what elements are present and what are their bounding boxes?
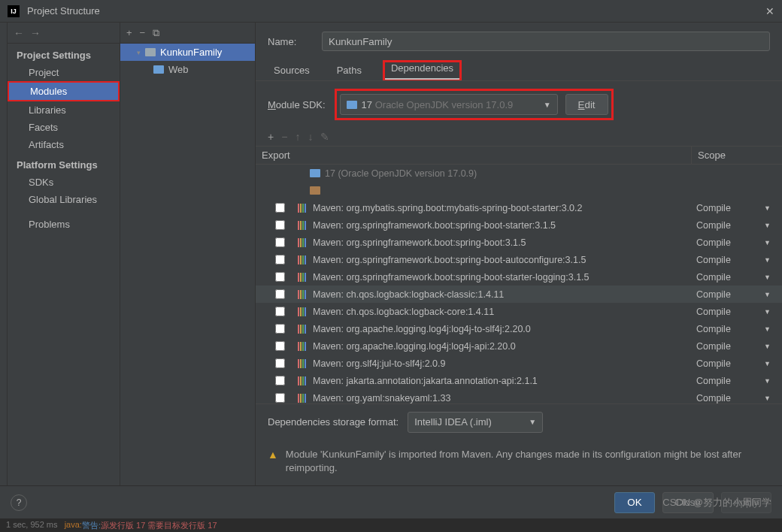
tree-module-label: KunkunFamily xyxy=(160,47,222,58)
dep-row[interactable]: Maven: org.mybatis.spring.boot:mybatis-s… xyxy=(256,199,782,216)
dep-scope[interactable]: Compile xyxy=(696,255,764,265)
dep-row[interactable]: Maven: org.springframework.boot:spring-b… xyxy=(256,268,782,286)
help-button[interactable]: ? xyxy=(11,494,27,511)
dep-scope[interactable]: Compile xyxy=(696,376,764,386)
sidebar-item-modules[interactable]: Modules xyxy=(8,81,120,101)
export-checkbox[interactable] xyxy=(275,237,285,247)
dep-name: Maven: org.springframework.boot:spring-b… xyxy=(313,237,696,248)
sidebar-item-artifacts[interactable]: Artifacts xyxy=(8,136,120,153)
dep-sdk-row[interactable]: 17 (Oracle OpenJDK version 17.0.9) xyxy=(256,165,782,182)
tab-dependencies[interactable]: Dependencies xyxy=(385,58,459,80)
ok-button[interactable]: OK xyxy=(614,492,654,513)
edit-button[interactable]: Edit xyxy=(565,94,608,115)
dep-scope[interactable]: Compile xyxy=(696,358,764,369)
sidebar-item-global-libs[interactable]: Global Libraries xyxy=(8,191,120,208)
tree-web[interactable]: Web xyxy=(120,61,255,78)
dep-scope[interactable]: Compile xyxy=(696,203,764,213)
dep-name: Maven: org.springframework.boot:spring-b… xyxy=(313,255,696,265)
dep-name: Maven: org.mybatis.spring.boot:mybatis-s… xyxy=(313,203,696,213)
export-checkbox[interactable] xyxy=(275,324,285,334)
dep-source-row[interactable] xyxy=(256,182,782,199)
export-checkbox[interactable] xyxy=(275,272,285,282)
sidebar-item-libraries[interactable]: Libraries xyxy=(8,101,120,119)
dep-row[interactable]: Maven: org.apache.logging.log4j:log4j-ap… xyxy=(256,337,782,355)
tab-sources[interactable]: Sources xyxy=(268,60,316,80)
dep-name: Maven: org.yaml:snakeyaml:1.33 xyxy=(313,393,696,404)
chevron-down-icon[interactable]: ▼ xyxy=(764,394,776,402)
name-input[interactable] xyxy=(322,32,770,51)
up-icon[interactable]: ↑ xyxy=(295,131,300,143)
dep-row[interactable]: Maven: ch.qos.logback:logback-core:1.4.1… xyxy=(256,303,782,320)
dep-scope[interactable]: Compile xyxy=(696,237,764,248)
chevron-down-icon[interactable]: ▼ xyxy=(764,377,776,385)
tree-module[interactable]: ▾ KunkunFamily xyxy=(120,44,255,61)
export-checkbox[interactable] xyxy=(275,376,285,385)
export-checkbox[interactable] xyxy=(275,307,285,316)
chevron-down-icon[interactable]: ▼ xyxy=(764,222,776,229)
app-logo-icon: IJ xyxy=(8,5,20,17)
dep-scope[interactable]: Compile xyxy=(696,220,764,231)
copy-icon[interactable]: ⧉ xyxy=(153,27,159,39)
add-icon[interactable]: + xyxy=(126,27,132,38)
tab-paths[interactable]: Paths xyxy=(337,65,362,76)
forward-icon[interactable]: → xyxy=(30,27,41,39)
storage-select[interactable]: IntelliJ IDEA (.iml) ▼ xyxy=(408,412,543,433)
back-icon[interactable]: ← xyxy=(14,27,24,39)
dep-scope[interactable]: Compile xyxy=(696,272,764,283)
export-checkbox[interactable] xyxy=(275,341,285,351)
chevron-down-icon[interactable]: ▼ xyxy=(764,343,776,350)
dep-row[interactable]: Maven: jakarta.annotation:jakarta.annota… xyxy=(256,372,782,389)
chevron-down-icon[interactable]: ▼ xyxy=(764,360,776,367)
tree-web-label: Web xyxy=(168,64,189,75)
dep-row[interactable]: Maven: org.springframework.boot:spring-b… xyxy=(256,234,782,251)
dependency-list[interactable]: 17 (Oracle OpenJDK version 17.0.9)Maven:… xyxy=(256,165,782,404)
sidebar-item-project[interactable]: Project xyxy=(8,64,120,81)
chevron-down-icon: ▼ xyxy=(529,418,536,426)
dep-scope[interactable]: Compile xyxy=(696,289,764,300)
export-checkbox[interactable] xyxy=(275,289,285,299)
col-export: Export xyxy=(256,147,692,164)
dep-scope[interactable]: Compile xyxy=(696,393,764,404)
watermark: CSDN @努力的小周同学 xyxy=(662,496,771,509)
sdk-value: 17 Oracle OpenJDK version 17.0.9 xyxy=(362,99,514,110)
sidebar-item-facets[interactable]: Facets xyxy=(8,119,120,136)
edit-dep-icon[interactable]: ✎ xyxy=(320,131,329,143)
down-icon[interactable]: ↓ xyxy=(308,131,313,143)
close-icon[interactable]: ✕ xyxy=(765,5,774,17)
warning-icon: ▲ xyxy=(268,448,278,475)
sidebar: ← → Project Settings Project Modules Lib… xyxy=(8,23,120,485)
add-dep-icon[interactable]: + xyxy=(268,131,274,143)
export-checkbox[interactable] xyxy=(275,203,285,213)
chevron-down-icon[interactable]: ▼ xyxy=(764,239,776,246)
chevron-down-icon[interactable]: ▼ xyxy=(764,325,776,333)
name-label: Name: xyxy=(268,36,313,47)
dep-name: Maven: ch.qos.logback:logback-classic:1.… xyxy=(313,289,696,300)
dep-scope[interactable]: Compile xyxy=(696,307,764,317)
chevron-down-icon[interactable]: ▾ xyxy=(137,49,141,56)
export-checkbox[interactable] xyxy=(275,393,285,403)
chevron-down-icon[interactable]: ▼ xyxy=(764,256,776,264)
dep-scope[interactable]: Compile xyxy=(696,341,764,352)
dep-row[interactable]: Maven: org.springframework.boot:spring-b… xyxy=(256,216,782,234)
chevron-down-icon[interactable]: ▼ xyxy=(764,308,776,316)
export-checkbox[interactable] xyxy=(275,358,285,368)
chevron-down-icon[interactable]: ▼ xyxy=(764,274,776,281)
dep-scope[interactable]: Compile xyxy=(696,324,764,334)
dep-row[interactable]: Maven: org.yaml:snakeyaml:1.33Compile▼ xyxy=(256,389,782,404)
dep-row[interactable]: Maven: org.apache.logging.log4j:log4j-to… xyxy=(256,320,782,337)
export-checkbox[interactable] xyxy=(275,255,285,264)
dep-row[interactable]: Maven: org.slf4j:jul-to-slf4j:2.0.9Compi… xyxy=(256,355,782,372)
chevron-down-icon[interactable]: ▼ xyxy=(764,204,776,212)
export-checkbox[interactable] xyxy=(275,220,285,230)
remove-icon[interactable]: − xyxy=(140,27,146,38)
sidebar-item-sdks[interactable]: SDKs xyxy=(8,174,120,191)
dep-row[interactable]: Maven: org.springframework.boot:spring-b… xyxy=(256,251,782,268)
dep-row[interactable]: Maven: ch.qos.logback:logback-classic:1.… xyxy=(256,286,782,303)
sidebar-item-problems[interactable]: Problems xyxy=(8,216,120,233)
sdk-icon xyxy=(347,101,357,109)
module-tree: + − ⧉ ▾ KunkunFamily Web xyxy=(120,23,256,485)
remove-dep-icon[interactable]: − xyxy=(281,131,287,143)
chevron-down-icon[interactable]: ▼ xyxy=(764,291,776,298)
sdk-select[interactable]: 17 Oracle OpenJDK version 17.0.9 ▼ xyxy=(340,94,558,115)
section-platform-settings: Platform Settings xyxy=(8,153,120,174)
